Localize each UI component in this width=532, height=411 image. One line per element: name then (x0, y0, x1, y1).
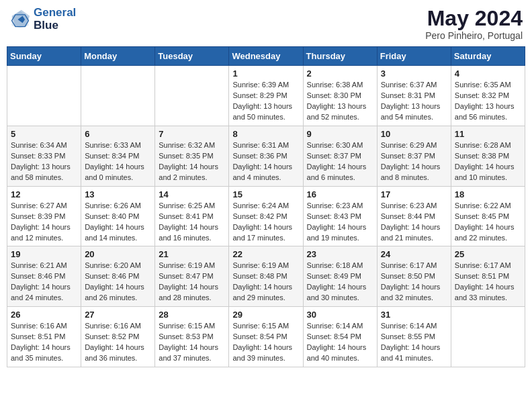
day-info: Sunrise: 6:19 AMSunset: 8:47 PMDaylight:… (159, 261, 225, 304)
calendar-cell: 7Sunrise: 6:32 AMSunset: 8:35 PMDaylight… (155, 126, 229, 186)
day-number: 22 (232, 249, 299, 259)
day-number: 27 (85, 310, 151, 320)
calendar-cell: 3Sunrise: 6:37 AMSunset: 8:31 PMDaylight… (377, 66, 451, 126)
day-info: Sunrise: 6:38 AMSunset: 8:30 PMDaylight:… (307, 80, 373, 123)
calendar-week-4: 19Sunrise: 6:21 AMSunset: 8:46 PMDayligh… (7, 246, 525, 307)
calendar-cell: 4Sunrise: 6:35 AMSunset: 8:32 PMDaylight… (451, 66, 525, 126)
logo-text: General Blue (34, 7, 76, 32)
calendar-week-3: 12Sunrise: 6:27 AMSunset: 8:39 PMDayligh… (7, 186, 525, 246)
day-info: Sunrise: 6:17 AMSunset: 8:50 PMDaylight:… (381, 261, 447, 304)
day-number: 13 (85, 189, 151, 199)
calendar-week-2: 5Sunrise: 6:34 AMSunset: 8:33 PMDaylight… (7, 126, 525, 186)
calendar-cell: 8Sunrise: 6:31 AMSunset: 8:36 PMDaylight… (229, 126, 303, 186)
day-info: Sunrise: 6:28 AMSunset: 8:38 PMDaylight:… (455, 140, 521, 183)
calendar-cell: 28Sunrise: 6:15 AMSunset: 8:53 PMDayligh… (155, 307, 229, 367)
day-number: 5 (11, 129, 77, 139)
day-info: Sunrise: 6:15 AMSunset: 8:53 PMDaylight:… (159, 321, 225, 364)
day-number: 8 (232, 129, 299, 139)
day-info: Sunrise: 6:21 AMSunset: 8:46 PMDaylight:… (11, 261, 77, 304)
day-number: 23 (307, 249, 373, 259)
day-info: Sunrise: 6:17 AMSunset: 8:51 PMDaylight:… (455, 261, 521, 304)
day-info: Sunrise: 6:16 AMSunset: 8:51 PMDaylight:… (11, 321, 77, 364)
day-number: 16 (307, 189, 373, 199)
day-info: Sunrise: 6:14 AMSunset: 8:55 PMDaylight:… (381, 321, 447, 364)
day-info: Sunrise: 6:27 AMSunset: 8:39 PMDaylight:… (11, 201, 77, 244)
calendar-week-5: 26Sunrise: 6:16 AMSunset: 8:51 PMDayligh… (7, 307, 525, 367)
title-block: May 2024 Pero Pinheiro, Portugal (425, 7, 523, 41)
calendar-cell (155, 66, 229, 126)
month-title: May 2024 (425, 7, 523, 30)
calendar-cell: 12Sunrise: 6:27 AMSunset: 8:39 PMDayligh… (7, 186, 81, 246)
calendar-cell: 31Sunrise: 6:14 AMSunset: 8:55 PMDayligh… (377, 307, 451, 367)
day-info: Sunrise: 6:35 AMSunset: 8:32 PMDaylight:… (455, 80, 521, 123)
calendar-cell: 29Sunrise: 6:15 AMSunset: 8:54 PMDayligh… (229, 307, 303, 367)
calendar-cell (7, 66, 81, 126)
day-number: 18 (455, 189, 521, 199)
day-number: 20 (85, 249, 151, 259)
day-number: 17 (381, 189, 447, 199)
logo-general: General (34, 6, 76, 19)
day-number: 31 (381, 310, 447, 320)
day-info: Sunrise: 6:32 AMSunset: 8:35 PMDaylight:… (159, 140, 225, 183)
page-header: General Blue May 2024 Pero Pinheiro, Por… (7, 7, 525, 41)
calendar-cell: 27Sunrise: 6:16 AMSunset: 8:52 PMDayligh… (81, 307, 155, 367)
weekday-header-sunday: Sunday (7, 47, 81, 66)
day-info: Sunrise: 6:14 AMSunset: 8:54 PMDaylight:… (307, 321, 373, 364)
day-info: Sunrise: 6:16 AMSunset: 8:52 PMDaylight:… (85, 321, 151, 364)
calendar-cell: 13Sunrise: 6:26 AMSunset: 8:40 PMDayligh… (81, 186, 155, 246)
calendar-cell (451, 307, 525, 367)
calendar-cell: 23Sunrise: 6:18 AMSunset: 8:49 PMDayligh… (303, 246, 377, 307)
day-number: 26 (11, 310, 77, 320)
day-number: 30 (307, 310, 373, 320)
day-info: Sunrise: 6:37 AMSunset: 8:31 PMDaylight:… (381, 80, 447, 123)
day-info: Sunrise: 6:26 AMSunset: 8:40 PMDaylight:… (85, 201, 151, 244)
day-info: Sunrise: 6:23 AMSunset: 8:44 PMDaylight:… (381, 201, 447, 244)
calendar-cell: 9Sunrise: 6:30 AMSunset: 8:37 PMDaylight… (303, 126, 377, 186)
calendar-cell (81, 66, 155, 126)
day-number: 28 (159, 310, 225, 320)
day-number: 1 (232, 68, 299, 79)
day-number: 2 (307, 68, 373, 79)
day-info: Sunrise: 6:31 AMSunset: 8:36 PMDaylight:… (232, 140, 299, 183)
day-info: Sunrise: 6:19 AMSunset: 8:48 PMDaylight:… (232, 261, 299, 304)
location-subtitle: Pero Pinheiro, Portugal (425, 30, 523, 41)
day-info: Sunrise: 6:39 AMSunset: 8:29 PMDaylight:… (232, 80, 299, 123)
day-info: Sunrise: 6:30 AMSunset: 8:37 PMDaylight:… (307, 140, 373, 183)
day-number: 12 (11, 189, 77, 199)
day-number: 19 (11, 249, 77, 259)
calendar-week-1: 1Sunrise: 6:39 AMSunset: 8:29 PMDaylight… (7, 66, 525, 126)
day-number: 10 (381, 129, 447, 139)
calendar-cell: 22Sunrise: 6:19 AMSunset: 8:48 PMDayligh… (229, 246, 303, 307)
weekday-header-thursday: Thursday (303, 47, 377, 66)
day-info: Sunrise: 6:22 AMSunset: 8:45 PMDaylight:… (455, 201, 521, 244)
day-number: 15 (232, 189, 299, 199)
day-info: Sunrise: 6:24 AMSunset: 8:42 PMDaylight:… (232, 201, 299, 244)
day-number: 24 (381, 249, 447, 259)
calendar-cell: 20Sunrise: 6:20 AMSunset: 8:46 PMDayligh… (81, 246, 155, 307)
weekday-header-friday: Friday (377, 47, 451, 66)
day-info: Sunrise: 6:33 AMSunset: 8:34 PMDaylight:… (85, 140, 151, 183)
calendar-cell: 6Sunrise: 6:33 AMSunset: 8:34 PMDaylight… (81, 126, 155, 186)
weekday-header-monday: Monday (81, 47, 155, 66)
day-number: 29 (232, 310, 299, 320)
calendar-cell: 11Sunrise: 6:28 AMSunset: 8:38 PMDayligh… (451, 126, 525, 186)
calendar-table: SundayMondayTuesdayWednesdayThursdayFrid… (7, 46, 525, 367)
calendar-cell: 18Sunrise: 6:22 AMSunset: 8:45 PMDayligh… (451, 186, 525, 246)
day-info: Sunrise: 6:29 AMSunset: 8:37 PMDaylight:… (381, 140, 447, 183)
logo-blue: Blue (34, 19, 76, 32)
calendar-cell: 21Sunrise: 6:19 AMSunset: 8:47 PMDayligh… (155, 246, 229, 307)
calendar-cell: 17Sunrise: 6:23 AMSunset: 8:44 PMDayligh… (377, 186, 451, 246)
calendar-cell: 25Sunrise: 6:17 AMSunset: 8:51 PMDayligh… (451, 246, 525, 307)
calendar-cell: 5Sunrise: 6:34 AMSunset: 8:33 PMDaylight… (7, 126, 81, 186)
day-number: 6 (85, 129, 151, 139)
weekday-header-wednesday: Wednesday (229, 47, 303, 66)
calendar-cell: 2Sunrise: 6:38 AMSunset: 8:30 PMDaylight… (303, 66, 377, 126)
day-info: Sunrise: 6:18 AMSunset: 8:49 PMDaylight:… (307, 261, 373, 304)
day-number: 9 (307, 129, 373, 139)
calendar-cell: 10Sunrise: 6:29 AMSunset: 8:37 PMDayligh… (377, 126, 451, 186)
calendar-cell: 16Sunrise: 6:23 AMSunset: 8:43 PMDayligh… (303, 186, 377, 246)
weekday-header-row: SundayMondayTuesdayWednesdayThursdayFrid… (7, 47, 525, 66)
day-number: 14 (159, 189, 225, 199)
day-number: 11 (455, 129, 521, 139)
logo: General Blue (9, 7, 76, 32)
